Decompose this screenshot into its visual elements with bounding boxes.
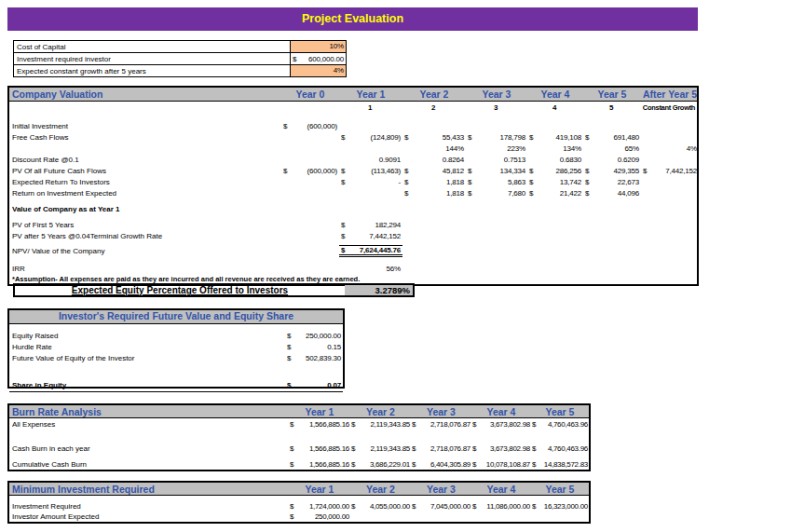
value-cell: 134%	[527, 144, 583, 153]
cell-value: 4,055,000.00	[370, 502, 410, 511]
table-row: NPV/ Value of the Company$7,624,445.76	[9, 243, 697, 258]
table-row: PV after 5 Years @0.04Terminal Growth Ra…	[9, 230, 697, 241]
currency-symbol: $	[468, 133, 471, 142]
cell-value: -	[399, 178, 401, 186]
value-cell: $2,119,343.85	[350, 420, 411, 429]
cell-value: 4,760,463.96	[548, 444, 588, 453]
table-row: Investment Required$1,724,000.00$4,055,0…	[9, 501, 589, 512]
value-cell: $7,680	[466, 189, 527, 198]
value-cell[interactable]: 10%	[290, 41, 346, 52]
value-cell: $14,838,572.83	[531, 460, 589, 469]
table-row: Future Value of Equity of the Investor$5…	[9, 352, 343, 363]
value-cell: 223%	[466, 144, 527, 153]
column-header: Year 2	[350, 484, 411, 495]
currency-symbol: $	[283, 122, 287, 130]
currency-symbol: $	[532, 460, 536, 469]
table-row: Expected Return To Investors$-$1,818$5,8…	[9, 176, 697, 187]
currency-symbol: $	[529, 167, 533, 175]
table-row: Return on Investment Expected$1,818$7,68…	[9, 187, 697, 198]
currency-symbol: $	[585, 133, 589, 142]
value-cell: 2	[402, 103, 466, 112]
value-cell: $1,724,000.00	[289, 502, 350, 511]
value-cell: $7,442,152	[339, 232, 402, 240]
table-row: Share in Equity$0.07	[9, 378, 343, 392]
value-cell: $(124,809)	[339, 133, 402, 142]
table-row: Equity Raised$250,000.00	[9, 330, 343, 341]
value-cell: $7,624,445.76	[339, 245, 402, 257]
investor-table-header: Investor's Required Future Value and Equ…	[9, 310, 343, 324]
value-cell: 5	[583, 103, 641, 112]
value-cell[interactable]: $600,000.00	[290, 53, 346, 64]
value-cell: $10,078,108.87	[471, 460, 531, 469]
currency-symbol: $	[290, 460, 293, 469]
value-cell: $6,404,305.89	[411, 460, 471, 469]
cell-value: 10,078,108.87	[486, 460, 530, 469]
column-header: Year 3	[466, 89, 527, 100]
table-row: Cumulative Cash Burn$1,566,885.16$3,686,…	[9, 458, 589, 470]
cell-value: 3,673,802.98	[490, 444, 530, 453]
value-cell: $44,096	[583, 189, 641, 198]
row-label: Investor Amount Expected	[9, 512, 289, 521]
cell-value: 2,119,343.85	[370, 444, 410, 453]
cell-value: 2,119,343.85	[370, 420, 410, 429]
investor-table: Investor's Required Future Value and Equ…	[7, 308, 345, 389]
row-label: Value of Company as at Year 1	[9, 205, 281, 213]
cell-value: 45,812	[443, 167, 464, 175]
table-row: Initial Investment$(600,000)	[9, 120, 697, 131]
row-label: *Assumption- All expenses are paid as th…	[9, 275, 281, 283]
cell-value: 178,798	[499, 133, 525, 142]
value-cell: $(113,463)	[339, 167, 402, 175]
row-label: Cost of Capital	[14, 43, 290, 51]
page-title-banner: Project Evaluation	[7, 7, 698, 31]
value-cell: $250,000.00	[285, 332, 343, 340]
currency-symbol: $	[290, 512, 293, 521]
currency-symbol: $	[529, 178, 533, 186]
currency-symbol: $	[290, 444, 293, 453]
value-cell: 4%	[641, 144, 699, 153]
cell-value: (124,809)	[371, 133, 401, 142]
value-cell: 144%	[402, 144, 466, 153]
currency-symbol: $	[341, 167, 345, 175]
cell-value: 44,096	[618, 189, 639, 198]
currency-symbol: $	[351, 460, 355, 469]
value-cell[interactable]: 4%	[290, 65, 346, 76]
company-valuation-header: Company ValuationYear 0Year 1Year 2Year …	[9, 88, 697, 102]
row-label: PV Of all Future Cash Flows	[9, 167, 281, 175]
minimum-investment-header: Minimum Investment RequiredYear 1Year 2Y…	[9, 483, 589, 496]
row-label: Share in Equity	[9, 381, 285, 389]
inputs-table: Cost of Capital10%Investment required in…	[13, 40, 347, 77]
table-row: Investment required investor$600,000.00	[14, 53, 346, 65]
currency-symbol: $	[341, 246, 345, 254]
cell-value: (600,000)	[307, 167, 337, 175]
cell-value: 3,673,802.98	[490, 420, 530, 429]
value-cell: $134,334	[466, 167, 527, 175]
table-row: Investor Amount Expected$250,000.00	[9, 512, 589, 522]
cell-value: 5,863	[508, 178, 525, 186]
cell-value: 0.07	[327, 381, 341, 389]
value-cell: $7,045,000.00	[411, 502, 471, 511]
burn-rate-header: Burn Rate AnalysisYear 1Year 2Year 3Year…	[9, 405, 589, 418]
section-title: Burn Rate Analysis	[9, 406, 289, 417]
currency-symbol: $	[585, 189, 589, 198]
value-cell: $691,480	[583, 133, 641, 142]
cell-value: 419,108	[555, 133, 581, 142]
column-header: Year 5	[531, 406, 589, 417]
minimum-investment-body: Investment Required$1,724,000.00$4,055,0…	[9, 496, 589, 522]
value-cell: $55,433	[402, 133, 466, 142]
value-cell: $3,686,229.01	[350, 460, 411, 469]
cell-value: 11,086,000.00	[486, 502, 530, 511]
table-row: Hurdle Rate$0.15	[9, 341, 343, 352]
value-cell: 0.6209	[583, 156, 641, 164]
value-cell: $502,839.30	[285, 354, 343, 362]
currency-symbol: $	[283, 167, 287, 175]
cell-value: 7,442,152	[665, 167, 697, 175]
value-cell: 4	[527, 103, 583, 112]
company-valuation-body: 12345Constant GrowthInitial Investment$(…	[9, 102, 697, 284]
equity-offer-bar: Expected Equity Percentage Offered to In…	[13, 283, 415, 297]
value-cell: $-	[339, 178, 402, 186]
value-cell: $7,442,152	[641, 167, 699, 175]
cell-value: 7,442,152	[369, 232, 401, 240]
currency-symbol: $	[412, 444, 416, 453]
value-cell: $419,108	[527, 133, 583, 142]
currency-symbol: $	[532, 444, 536, 453]
